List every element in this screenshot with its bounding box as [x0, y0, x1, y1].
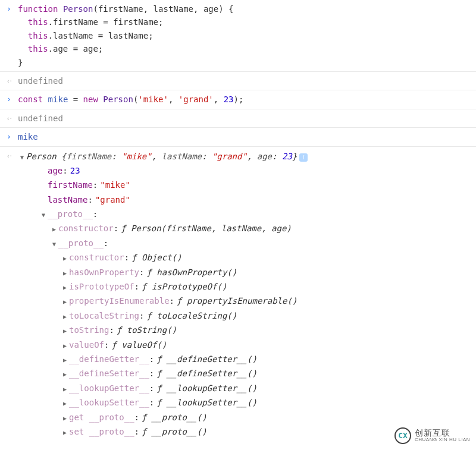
property-row[interactable]: hasOwnProperty: ƒ hasOwnProperty() [61, 265, 471, 279]
property-row[interactable]: lastName: "grand" [39, 193, 471, 207]
property-row[interactable]: __defineGetter__: ƒ __defineGetter__() [61, 352, 471, 366]
proto-row[interactable]: __proto__: [50, 236, 471, 250]
code-block[interactable]: function Person(firstName, lastName, age… [18, 2, 476, 69]
info-badge-icon[interactable]: i [299, 153, 308, 162]
expand-toggle-icon[interactable] [61, 414, 69, 423]
expand-toggle-icon[interactable] [61, 341, 69, 351]
expand-toggle-icon[interactable] [50, 240, 58, 249]
expand-toggle-icon[interactable] [61, 428, 69, 438]
devtools-console: function Person(firstName, lastName, age… [0, 0, 476, 441]
input-marker-icon [0, 130, 18, 143]
property-row[interactable]: toString: ƒ toString() [61, 323, 471, 337]
expand-toggle-icon[interactable] [61, 326, 69, 336]
expand-toggle-icon[interactable] [61, 399, 69, 408]
code-block[interactable]: const mike = new Person('mike', 'grand',… [18, 93, 476, 106]
console-output-entry: undefined [0, 109, 476, 127]
console-input-entry: function Person(firstName, lastName, age… [0, 0, 476, 71]
expand-toggle-icon[interactable] [18, 153, 26, 162]
code-block[interactable]: mike [18, 130, 476, 143]
object-tree: Person {firstName: "mike", lastName: "gr… [18, 149, 476, 439]
property-row[interactable]: propertyIsEnumerable: ƒ propertyIsEnumer… [61, 294, 471, 308]
property-row[interactable]: constructor: ƒ Object() [61, 250, 471, 265]
proto-row[interactable]: __proto__: [39, 207, 471, 221]
console-output-entry: Person {firstName: "mike", lastName: "gr… [0, 146, 476, 442]
watermark: CX 创新互联 CHUANG XIN HU LIAN [394, 427, 470, 441]
input-marker-icon [0, 93, 18, 105]
expand-toggle-icon[interactable] [61, 385, 69, 394]
property-row[interactable]: valueOf: ƒ valueOf() [61, 338, 471, 352]
object-preview-row[interactable]: Person {firstName: "mike", lastName: "gr… [18, 149, 471, 163]
property-row[interactable]: constructor: ƒ Person(firstName, lastNam… [50, 221, 471, 235]
property-row[interactable]: toLocaleString: ƒ toLocaleString() [61, 309, 471, 323]
console-input-entry: mike [0, 127, 476, 146]
property-row[interactable]: isPrototypeOf: ƒ isPrototypeOf() [61, 279, 471, 294]
expand-toggle-icon[interactable] [61, 269, 69, 278]
expand-toggle-icon[interactable] [61, 312, 69, 322]
undefined-value: undefined [18, 76, 63, 86]
console-input-entry: const mike = new Person('mike', 'grand',… [0, 90, 476, 108]
expand-toggle-icon[interactable] [61, 254, 69, 263]
output-marker-icon [0, 74, 18, 87]
property-row[interactable]: __lookupSetter__: ƒ __lookupSetter__() [61, 395, 471, 410]
watermark-text: 创新互联 CHUANG XIN HU LIAN [415, 429, 470, 441]
watermark-logo-icon: CX [394, 427, 411, 441]
input-marker-icon [0, 2, 18, 15]
expand-toggle-icon[interactable] [39, 210, 48, 220]
expand-toggle-icon[interactable] [50, 225, 58, 234]
property-row[interactable]: get __proto__: ƒ __proto__() [61, 410, 471, 424]
expand-toggle-icon[interactable] [61, 355, 69, 365]
undefined-value: undefined [18, 114, 63, 123]
property-row[interactable]: age: 23 [39, 163, 471, 178]
expand-toggle-icon[interactable] [61, 297, 69, 307]
expand-toggle-icon[interactable] [61, 370, 69, 379]
console-output-entry: undefined [0, 71, 476, 90]
property-row[interactable]: firstName: "mike" [39, 178, 471, 192]
expand-toggle-icon[interactable] [61, 283, 69, 292]
property-row[interactable]: __lookupGetter__: ƒ __lookupGetter__() [61, 381, 471, 395]
property-row[interactable]: __defineSetter__: ƒ __defineSetter__() [61, 366, 471, 380]
output-marker-icon [0, 112, 18, 124]
output-marker-icon [0, 149, 18, 162]
